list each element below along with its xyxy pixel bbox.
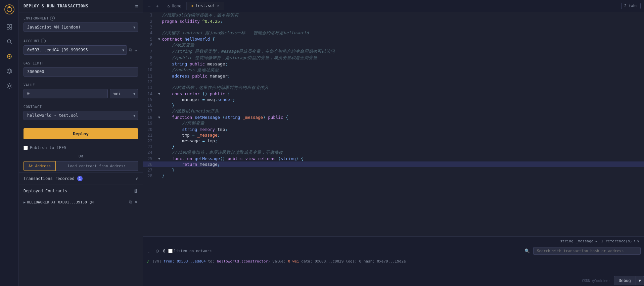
- code-editor[interactable]: 1 //指定solidy编译器版本，版本标识符 2 pragma solidit…: [143, 12, 644, 236]
- account-edit-icon[interactable]: ✏: [134, 47, 138, 53]
- environment-info-icon[interactable]: ℹ: [50, 16, 55, 20]
- contract-select[interactable]: helloworld - test.sol: [24, 111, 138, 120]
- account-copy-icon[interactable]: ⧉: [128, 47, 133, 53]
- line-content: }: [162, 102, 644, 108]
- deployed-contract-item: ▶ HELLOWORLD AT 0XD91...39138 (M ⧉ ✕: [19, 197, 143, 207]
- editor-status-bar: string _message → 1 reference(s) ∧ ∨: [143, 236, 644, 246]
- deploy-button-section: Deploy: [19, 124, 143, 143]
- debug-btn-label: Debug: [619, 278, 631, 283]
- line-number: 7: [143, 48, 156, 55]
- table-row: 13 //构造函数，这里在合约部署时将合约所有者传入: [143, 85, 644, 91]
- environment-select[interactable]: JavaScript VM (London) JavaScript VM (Be…: [24, 22, 138, 32]
- status-references-item[interactable]: 1 reference(s) ∧ ∨: [601, 239, 639, 243]
- value-label: VALUE: [24, 83, 138, 87]
- line-content: }: [162, 144, 644, 149]
- deploy-panel-title: DEPLOY & RUN TRANSACTIONS: [24, 4, 88, 8]
- line-content: //public 是访问修饰符，是storage类型的变量，成员变量和是全局变量: [162, 55, 644, 61]
- fold-arrow: [156, 24, 162, 30]
- contract-item-chevron[interactable]: ▶: [24, 200, 26, 204]
- line-content: pragma solidity ^0.4.25;: [162, 18, 644, 24]
- gas-limit-input[interactable]: 3000000: [24, 67, 138, 77]
- deploy-button[interactable]: Deploy: [24, 128, 138, 139]
- contract-delete-icon[interactable]: ✕: [134, 199, 138, 205]
- panel-menu-icon[interactable]: ≡: [135, 3, 138, 9]
- account-info-icon[interactable]: +: [41, 39, 46, 43]
- watermark: CSDN @Cookieer: [582, 279, 610, 283]
- value-unit-wrapper: wei gwei finney ether ▼: [110, 89, 138, 98]
- table-row: 3: [143, 24, 644, 30]
- at-address-button[interactable]: At Address: [24, 161, 56, 171]
- contract-item-actions: ⧉ ✕: [128, 199, 138, 205]
- deployed-contracts-trash-icon[interactable]: 🗑: [134, 188, 138, 193]
- line-number: 12: [143, 79, 156, 85]
- status-down-icon[interactable]: ∨: [637, 239, 639, 243]
- table-row: 2 pragma solidity ^0.4.25;: [143, 18, 644, 24]
- tab-test-sol[interactable]: ◈ test.sol ✕: [187, 2, 224, 10]
- line-number: 24: [143, 149, 156, 156]
- account-select[interactable]: 0x5B3...eddC4 (99.9999995: [24, 45, 127, 55]
- terminal-search-icon[interactable]: 🔍: [523, 248, 531, 254]
- terminal-clock-icon[interactable]: ⊙: [154, 248, 160, 254]
- svg-rect-5: [7, 28, 9, 29]
- svg-point-10: [8, 56, 10, 57]
- line-number: 13: [143, 85, 156, 91]
- line-content: function setMessage (string _message) pu…: [162, 114, 644, 120]
- contract-copy-icon[interactable]: ⧉: [128, 199, 133, 205]
- transactions-section: Transactions recorded 1 ∨: [19, 172, 143, 185]
- fold-arrow: [156, 167, 162, 173]
- tabs-count[interactable]: 2 tabs: [621, 3, 641, 9]
- transactions-header[interactable]: Transactions recorded 1 ∨: [24, 176, 138, 181]
- fold-arrow: [156, 120, 162, 127]
- publish-ipfs-label: Publish to IPFS: [30, 145, 66, 150]
- terminal-search: 🔍: [523, 247, 641, 255]
- terminal-arrow-down[interactable]: ↓: [146, 248, 151, 254]
- file-tab-close[interactable]: ✕: [217, 4, 219, 7]
- tab-home[interactable]: ⌂ Home: [163, 2, 186, 10]
- terminal-search-input[interactable]: [533, 247, 641, 255]
- line-content: tmp = _message;: [162, 132, 644, 138]
- fold-arrow: [156, 67, 162, 73]
- home-tab-label: Home: [172, 4, 182, 8]
- listen-network-checkbox[interactable]: [168, 249, 173, 253]
- fold-arrow: [156, 73, 162, 79]
- line-content: //string 是数据类型，message是成员变量，在整个智能合约生命周期都…: [162, 48, 644, 55]
- value-input[interactable]: [24, 89, 108, 98]
- table-row: 21 tmp = _message;: [143, 132, 644, 138]
- fold-arrow: [156, 132, 162, 138]
- listen-network-label: listen on network: [174, 249, 212, 253]
- fold-arrow: [156, 55, 162, 61]
- line-content: //view是修饰符，表示该函数仅读取成员变量，不做修改: [162, 149, 644, 156]
- deploy-icon-sidebar[interactable]: [3, 50, 16, 63]
- deployed-contracts-header[interactable]: Deployed Contracts 🗑: [24, 188, 138, 193]
- terminal-toolbar: ↓ ⊙ 0 listen on network 🔍: [143, 246, 644, 256]
- plugin-icon-sidebar[interactable]: [3, 64, 16, 78]
- value-unit-select[interactable]: wei gwei finney ether: [110, 89, 138, 98]
- search-icon-sidebar[interactable]: [3, 35, 16, 48]
- file-manager-icon[interactable]: [3, 20, 16, 34]
- publish-ipfs-checkbox[interactable]: [24, 146, 28, 150]
- debug-button[interactable]: Debug: [614, 276, 636, 285]
- fold-arrow[interactable]: ▼: [156, 36, 162, 42]
- transactions-badge: 1: [77, 176, 83, 181]
- zoom-out-button[interactable]: −: [146, 3, 152, 9]
- environment-section: ENVIRONMENT ℹ JavaScript VM (London) Jav…: [19, 12, 143, 35]
- status-up-icon[interactable]: ∧: [634, 239, 636, 243]
- table-row: 12: [143, 79, 644, 85]
- fold-arrow[interactable]: ▼: [156, 156, 162, 161]
- line-number: 25: [143, 156, 156, 161]
- fold-arrow[interactable]: ▼: [156, 114, 162, 120]
- fold-arrow[interactable]: ▼: [156, 91, 162, 97]
- line-number: 6: [143, 42, 156, 48]
- load-contract-button[interactable]: Load contract from Addres:: [56, 161, 138, 171]
- fold-arrow: [156, 108, 162, 114]
- debug-dropdown-button[interactable]: ▼: [636, 276, 644, 285]
- line-number: 2: [143, 18, 156, 24]
- listen-on-network-row: listen on network: [168, 249, 212, 253]
- settings-icon-sidebar[interactable]: [3, 79, 16, 93]
- environment-select-wrapper: JavaScript VM (London) JavaScript VM (Be…: [24, 22, 138, 32]
- line-number: 22: [143, 138, 156, 144]
- zoom-in-button[interactable]: +: [154, 3, 160, 9]
- line-content: //关键字 contract 跟java的class一样 智能合约名称是hell…: [162, 30, 644, 36]
- line-number: 1: [143, 12, 156, 18]
- status-ref-text: string _message: [560, 239, 593, 243]
